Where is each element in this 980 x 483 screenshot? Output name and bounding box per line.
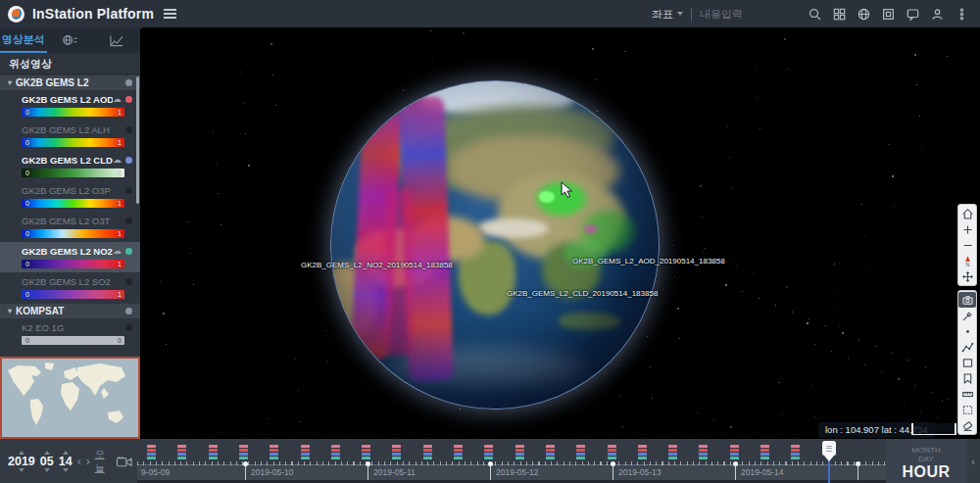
select-area-icon[interactable] [958, 402, 976, 417]
polyline-icon[interactable] [958, 339, 976, 355]
data-availability-stack[interactable] [209, 445, 218, 460]
data-availability-stack[interactable] [239, 445, 248, 460]
next-day-icon[interactable]: › [86, 456, 90, 467]
grid-icon[interactable] [827, 3, 852, 24]
time-marker-handle[interactable] [822, 441, 836, 456]
search-input[interactable] [700, 8, 803, 20]
data-availability-stack[interactable] [668, 445, 677, 460]
day-stepper[interactable]: 14 [59, 451, 73, 472]
layer-item[interactable]: GK2B GEMS L2 NO2☁01 [0, 242, 140, 272]
tab-chart[interactable] [93, 27, 140, 53]
day-boundary-dot [488, 461, 493, 466]
year-stepper[interactable]: 2019 [8, 451, 35, 472]
bookmark-icon[interactable] [958, 370, 976, 386]
year-down-icon[interactable] [19, 468, 24, 472]
ruler-icon[interactable] [958, 386, 976, 402]
layer-group-header[interactable]: ▾GK2B GEMS L2 [0, 75, 140, 90]
data-availability-stack[interactable] [177, 445, 186, 460]
point-icon[interactable] [958, 323, 976, 339]
star [931, 392, 932, 393]
collapse-arrow-icon: ▾ [8, 78, 12, 87]
earth-globe[interactable] [330, 80, 660, 410]
home-icon[interactable] [958, 206, 976, 221]
zoom-out-icon[interactable] [958, 237, 976, 253]
layer-status-dot[interactable] [125, 278, 132, 285]
layer-item[interactable]: GK2B GEMS L2 AOD☁01 [0, 90, 140, 121]
data-availability-stack[interactable] [484, 445, 493, 460]
star [814, 416, 815, 417]
more-icon[interactable] [950, 3, 974, 24]
star [742, 291, 743, 292]
eraser-icon[interactable] [958, 417, 976, 433]
data-availability-stack[interactable] [699, 445, 708, 460]
record-camera-icon[interactable] [116, 455, 133, 468]
frame-icon[interactable] [876, 3, 901, 24]
layer-item[interactable]: GK2B GEMS L2 SO201 [0, 272, 140, 303]
layer-status-dot[interactable] [125, 96, 132, 103]
layer-group-header[interactable]: ▾KOMPSAT [0, 304, 140, 318]
scale-day[interactable]: DAY [918, 455, 934, 463]
year-up-icon[interactable] [19, 451, 24, 455]
layer-item[interactable]: GK2B GEMS L2 O3T01 [0, 212, 140, 242]
data-availability-stack[interactable] [423, 445, 432, 460]
layer-status-dot[interactable] [125, 324, 132, 331]
user-icon[interactable] [925, 3, 950, 24]
camera-icon[interactable] [958, 292, 976, 308]
timeline-track[interactable]: 9-05-092019-05-102019-05-112019-05-12201… [0, 439, 980, 483]
data-availability-stack[interactable] [147, 445, 156, 460]
layer-status-dot[interactable] [125, 187, 132, 194]
overview-minimap[interactable] [0, 357, 140, 439]
layer-item[interactable]: GK2B GEMS L2 O3P01 [0, 181, 140, 212]
chat-icon[interactable] [901, 3, 925, 24]
data-availability-stack[interactable] [638, 445, 647, 460]
rectangle-icon[interactable] [958, 355, 976, 370]
eyedropper-icon[interactable] [958, 308, 976, 323]
layer-status-dot[interactable] [125, 217, 132, 224]
search-icon[interactable] [803, 3, 827, 24]
north-arrow-icon[interactable]: N [958, 253, 976, 268]
data-availability-stack[interactable] [730, 445, 739, 460]
menu-icon[interactable] [164, 9, 176, 19]
pan-icon[interactable] [958, 268, 976, 284]
layer-item[interactable]: K2 EO 1G00 [0, 318, 140, 349]
coordinate-mode-dropdown[interactable]: 좌표 [652, 7, 683, 22]
globe-icon[interactable] [852, 3, 876, 24]
world-map-graphic [2, 359, 138, 437]
data-availability-stack[interactable] [392, 445, 401, 460]
data-availability-stack[interactable] [760, 445, 769, 460]
layer-item[interactable]: GK2B GEMS L2 CLD☁01 [0, 151, 140, 181]
layer-status-dot[interactable] [125, 248, 132, 255]
data-availability-stack[interactable] [608, 445, 616, 460]
data-availability-stack[interactable] [454, 445, 463, 460]
day-up-icon[interactable] [63, 451, 69, 455]
data-availability-stack[interactable] [576, 445, 585, 460]
layer-status-dot[interactable] [125, 157, 132, 164]
layer-item[interactable]: GK2B GEMS L2 ALH01 [0, 121, 140, 151]
data-availability-stack[interactable] [362, 445, 370, 460]
month-down-icon[interactable] [44, 468, 50, 472]
data-availability-stack[interactable] [515, 445, 524, 460]
day-down-icon[interactable] [63, 468, 69, 472]
prev-day-icon[interactable]: ‹ [77, 456, 81, 467]
month-stepper[interactable]: 05 [40, 451, 54, 472]
today-button[interactable]: 오늘 [95, 448, 111, 475]
data-availability-stack[interactable] [301, 445, 310, 460]
layer-status-dot[interactable] [125, 126, 132, 133]
star [894, 206, 895, 207]
scale-month[interactable]: MONTH [911, 446, 940, 455]
timeline-collapse-icon[interactable]: ‹ [966, 439, 980, 483]
scrollbar[interactable] [136, 76, 139, 204]
scale-hour[interactable]: HOUR [902, 463, 950, 480]
data-availability-stack[interactable] [270, 445, 278, 460]
month-up-icon[interactable] [44, 451, 50, 455]
zoom-in-icon[interactable] [958, 221, 976, 237]
layer-name: GK2B GEMS L2 CLD [22, 155, 113, 166]
tab-globe-layers[interactable] [47, 27, 94, 53]
layer-item[interactable]: K3 EO 1G00 [0, 349, 140, 355]
tab-image-analysis[interactable]: 영상분석 [0, 27, 47, 53]
map-canvas[interactable]: GK2B_GEMS_L2_NO2_20190514_183858GK2B_GEM… [140, 27, 980, 439]
data-availability-stack[interactable] [546, 445, 555, 460]
data-availability-stack[interactable] [331, 445, 340, 460]
no2-data-swath-3 [386, 189, 412, 356]
data-availability-stack[interactable] [791, 445, 800, 460]
